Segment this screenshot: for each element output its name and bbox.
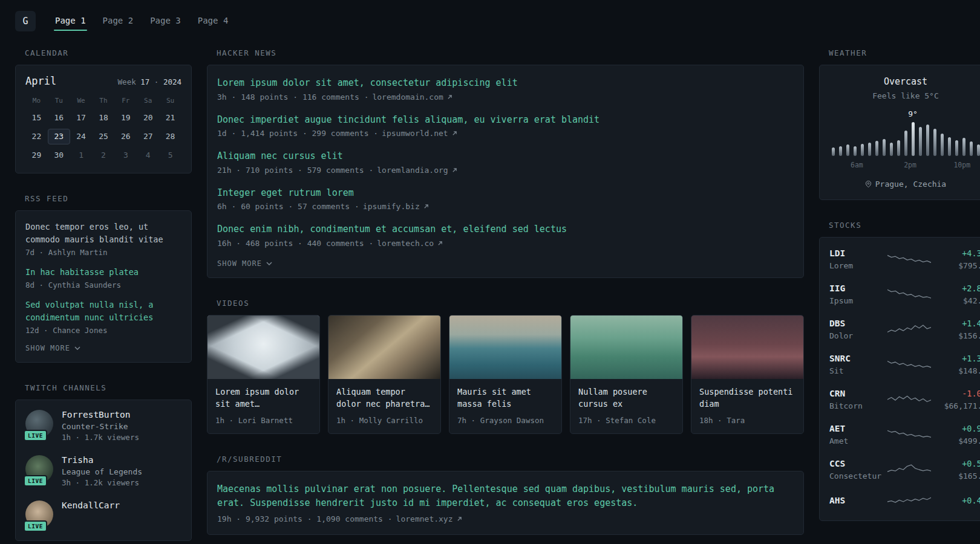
hn-item-title[interactable]: Donec enim nibh, condimentum et accumsan… <box>217 222 794 236</box>
calendar-day: 5 <box>159 147 181 163</box>
rss-item-title[interactable]: In hac habitasse platea <box>25 266 181 279</box>
weather-bar <box>839 146 842 156</box>
stock-row[interactable]: CCS Consectetur +0.51% $165.84 <box>829 452 980 487</box>
hn-item-domain[interactable]: ipsumify.biz <box>363 202 420 211</box>
hn-item: Aliquam nec cursus elit 21h · 710 points… <box>217 149 794 175</box>
hn-item-domain[interactable]: loremdomain.com <box>372 92 443 102</box>
calendar-weekday: Th <box>93 97 115 105</box>
stock-ticker: AET <box>829 424 887 433</box>
video-card[interactable]: Mauris sit amet massa felis 7h · Grayson… <box>449 315 562 435</box>
calendar-day: 28 <box>159 129 181 144</box>
channel-name[interactable]: ForrestBurton <box>62 410 139 419</box>
calendar-day: 16 <box>48 110 70 126</box>
weather-bar <box>890 143 893 156</box>
hn-item-domain[interactable]: ipsumworld.net <box>382 129 448 138</box>
weather-bar <box>846 144 849 156</box>
calendar-day: 20 <box>137 110 159 126</box>
app-logo[interactable]: G <box>15 11 36 31</box>
stock-row[interactable]: SNRC Sit +1.36% $148.64 <box>829 347 980 382</box>
stock-ticker: SNRC <box>829 354 887 363</box>
stock-id: CCS Consectetur <box>829 459 887 481</box>
hn-item-domain[interactable]: loremlandia.org <box>377 166 448 175</box>
map-pin-icon <box>865 180 872 188</box>
hn-item-title[interactable]: Integer eget rutrum lorem <box>217 186 794 200</box>
weather-bar <box>962 138 965 156</box>
stock-change: +1.42% <box>931 319 980 328</box>
stock-row[interactable]: AET Amet +0.92% $499.72 <box>829 417 980 452</box>
stock-ticker: LDI <box>829 248 887 258</box>
stock-price: $66,171.48 <box>931 401 980 410</box>
weather-location: Prague, Czechia <box>829 180 980 189</box>
rss-item-title[interactable]: Sed volutpat nulla nisl, a condimentum n… <box>25 299 181 324</box>
video-title: Lorem ipsum dolor sit amet consectetu… <box>215 386 312 410</box>
tab-page-2[interactable]: Page 2 <box>102 12 135 31</box>
tab-page-4[interactable]: Page 4 <box>197 12 230 31</box>
stock-row[interactable]: DBS Dolor +1.42% $156.28 <box>829 312 980 347</box>
calendar-week-year: Week 17 · 2024 <box>118 77 181 86</box>
calendar-day: 22 <box>25 129 48 144</box>
live-badge: LIVE <box>24 520 47 532</box>
weather-bar <box>926 125 929 156</box>
stock-row[interactable]: LDI Lorem +4.35% $795.18 <box>829 242 980 277</box>
channel-meta: 3h · 1.2k viewers <box>62 478 142 487</box>
show-more-label: SHOW MORE <box>25 344 70 352</box>
video-card[interactable]: Aliquam tempor dolor nec pharetra… 1h · … <box>328 315 441 435</box>
calendar-day: 17 <box>70 110 93 126</box>
tab-page-1[interactable]: Page 1 <box>54 12 87 31</box>
subreddit-post-title[interactable]: Maecenas mollis pulvinar erat non posuer… <box>217 482 794 511</box>
stock-ticker: DBS <box>829 319 887 328</box>
tab-page-3[interactable]: Page 3 <box>149 12 182 31</box>
stock-name: Lorem <box>829 261 887 270</box>
video-card[interactable]: Lorem ipsum dolor sit amet consectetu… 1… <box>207 315 320 435</box>
video-title: Aliquam tempor dolor nec pharetra… <box>336 386 433 410</box>
stock-row[interactable]: AHS +0.46% <box>829 487 980 516</box>
rss-item: Donec tempor eros leo, ut commodo mauris… <box>25 221 181 257</box>
calendar-day: 27 <box>137 129 159 144</box>
stock-sparkline <box>887 494 931 510</box>
channel-avatar[interactable]: LIVE <box>25 500 53 528</box>
stock-sparkline <box>887 322 931 337</box>
hackernews-show-more-button[interactable]: SHOW MORE <box>217 259 272 268</box>
video-meta: 1h · Molly Carrillo <box>336 410 433 425</box>
hn-item-title[interactable]: Lorem ipsum dolor sit amet, consectetur … <box>217 76 794 90</box>
calendar-day: 29 <box>25 147 48 163</box>
stock-ticker: CCS <box>829 459 887 468</box>
channel-info: ForrestBurton Counter-Strike 1h · 1.7k v… <box>62 410 139 442</box>
weather-bar <box>832 147 835 156</box>
stock-row[interactable]: CRN Bitcorn -1.00% $66,171.48 <box>829 382 980 417</box>
channel-avatar[interactable]: LIVE <box>25 455 53 483</box>
channel-avatar[interactable]: LIVE <box>25 410 53 438</box>
hn-meta-text: 21h · 710 points · 579 comments · <box>217 166 373 175</box>
channel-name[interactable]: KendallCarr <box>62 500 120 510</box>
rss-section-title: RSS FEED <box>25 194 192 203</box>
twitch-widget: TWITCH CHANNELS LIVE ForrestBurton Count… <box>15 383 192 541</box>
external-link-icon <box>437 241 443 246</box>
calendar-day: 18 <box>93 110 115 126</box>
stock-sparkline <box>887 287 931 302</box>
rss-show-more-button[interactable]: SHOW MORE <box>25 344 80 352</box>
hn-item-meta: 21h · 710 points · 579 comments · loreml… <box>217 166 794 175</box>
channel-category: Counter-Strike <box>62 422 139 431</box>
weather-time-label: 10pm <box>953 161 970 169</box>
video-card[interactable]: Nullam posuere cursus ex 17h · Stefan Co… <box>570 315 683 435</box>
stock-values: +0.51% $165.84 <box>931 459 980 481</box>
subreddit-domain[interactable]: loremnet.xyz <box>396 514 453 523</box>
video-card[interactable]: Suspendisse potenti diam 18h · Tara <box>691 315 804 435</box>
weather-feels-like: Feels like 5°C <box>829 91 980 100</box>
hn-item-title[interactable]: Aliquam nec cursus elit <box>217 149 794 163</box>
weather-condition: Overcast <box>829 76 980 87</box>
stock-name: Sit <box>829 366 887 375</box>
hn-item-domain[interactable]: loremtech.co <box>377 239 434 248</box>
external-link-icon <box>423 204 429 209</box>
calendar-weekday: Fr <box>114 97 137 105</box>
channel-name[interactable]: Trisha <box>62 455 142 465</box>
rss-widget: RSS FEED Donec tempor eros leo, ut commo… <box>15 194 192 363</box>
stocks-widget: STOCKS LDI Lorem +4.35% $795.18 IIG <box>819 221 980 521</box>
stock-change: +4.35% <box>931 248 980 258</box>
weather-bar <box>854 146 857 156</box>
rss-item-title[interactable]: Donec tempor eros leo, ut commodo mauris… <box>25 221 181 246</box>
stock-row[interactable]: IIG Ipsum +2.84% $42.04 <box>829 277 980 312</box>
stock-values: +1.36% $148.64 <box>931 354 980 375</box>
hn-item-title[interactable]: Donec imperdiet augue tincidunt felis al… <box>217 113 794 127</box>
weather-temp-label: 9° <box>908 109 918 118</box>
